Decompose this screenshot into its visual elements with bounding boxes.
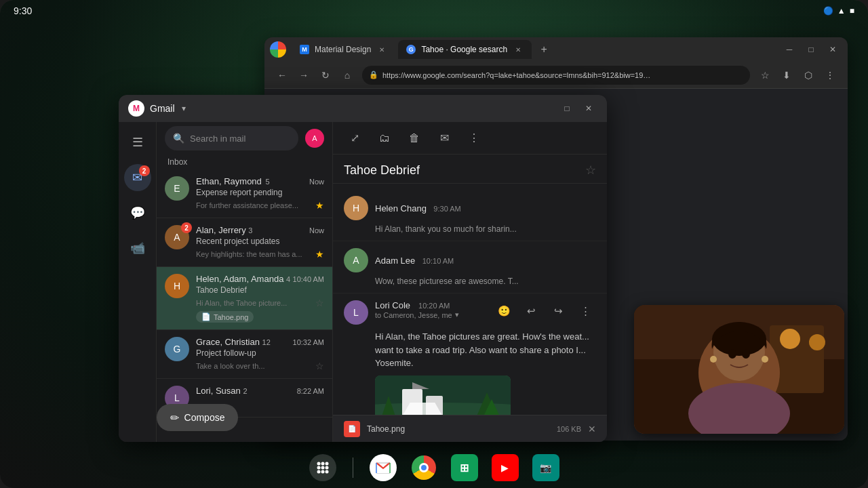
home-button[interactable]: ⌂ xyxy=(338,66,357,85)
gmail-detail-panel: ⤢ 🗂 🗑 ✉ ⋮ Tahoe Debrief ☆ H xyxy=(333,122,607,442)
chrome-tab-material-design[interactable]: M Material Design ✕ xyxy=(292,40,395,59)
message-avatar-lori: L xyxy=(344,300,368,325)
message-sender-helen: Helen Chang xyxy=(375,203,427,214)
reload-button[interactable]: ↻ xyxy=(316,66,335,85)
svg-point-25 xyxy=(317,466,320,470)
attachment-bar: 📄 Tahoe.png 106 KB ✕ xyxy=(333,415,607,442)
email-content-helen: Helen, Adam, Amanda 4 10:40 AM Tahoe Deb… xyxy=(196,274,324,323)
gmail-window-buttons: □ ✕ xyxy=(558,100,597,117)
taskbar-apps-button[interactable] xyxy=(309,454,336,481)
gmail-close-button[interactable]: ✕ xyxy=(580,100,597,117)
email-subject-detail: Tahoe Debrief xyxy=(344,163,578,178)
chrome-minimize-button[interactable]: ─ xyxy=(780,40,799,59)
svg-point-26 xyxy=(321,466,324,470)
gmail-logo-icon: M xyxy=(128,100,144,117)
email-item-alan[interactable]: A 2 Alan, Jerrery 3 Now Recent project u… xyxy=(157,218,332,267)
battery-icon: ■ xyxy=(850,6,854,16)
svg-point-13 xyxy=(809,334,825,350)
chrome-tab-tahoe[interactable]: G Tahoe · Google sesarch ✕ xyxy=(398,40,532,59)
message-header-helen: H Helen Chang 9:30 AM xyxy=(344,196,596,220)
status-bar: 9:30 🔵 ▲ ■ xyxy=(0,0,868,22)
chrome-menu-button[interactable]: ⋮ xyxy=(821,66,840,85)
email-content-alan: Alan, Jerrery 3 Now Recent project updat… xyxy=(196,225,324,260)
taskbar-chrome-icon[interactable] xyxy=(410,454,437,481)
user-avatar[interactable]: A xyxy=(305,129,324,148)
gmail-dropdown-icon[interactable]: ▾ xyxy=(182,104,186,113)
taskbar-youtube-icon[interactable]: ▶ xyxy=(492,454,519,481)
sidebar-item-meet[interactable]: 📹 xyxy=(124,235,151,262)
taskbar-meet-icon[interactable]: 📷 xyxy=(532,454,559,481)
gmail-maximize-button[interactable]: □ xyxy=(558,100,576,117)
message-avatar-adam: A xyxy=(344,248,368,272)
sidebar-item-chat[interactable]: 💬 xyxy=(124,199,151,226)
email-star-grace[interactable]: ☆ xyxy=(315,361,324,371)
inbox-section-label: Inbox xyxy=(157,155,332,169)
sidebar-item-inbox[interactable]: ✉ 2 xyxy=(124,164,151,191)
email-footer-alan: Key highlights: the team has a... ★ xyxy=(196,249,324,260)
attachment-close-button[interactable]: ✕ xyxy=(588,424,596,434)
status-time: 9:30 xyxy=(14,5,32,16)
material-design-favicon: M xyxy=(300,45,309,54)
email-content-ethan: Ethan, Raymond 5 Now Expense report pend… xyxy=(196,176,324,211)
email-header-lori: Lori, Susan 2 8:22 AM xyxy=(196,386,324,396)
email-sender-ethan: Ethan, Raymond 5 xyxy=(196,176,270,186)
svg-point-20 xyxy=(710,356,717,363)
gmail-search-bar: 🔍 Search in mail A xyxy=(157,122,332,155)
archive-button[interactable]: 🗂 xyxy=(374,127,395,149)
chrome-maximize-button[interactable]: □ xyxy=(802,40,821,59)
email-item-ethan[interactable]: E Ethan, Raymond 5 Now Expense report pe… xyxy=(157,169,332,218)
email-item-helen[interactable]: H Helen, Adam, Amanda 4 10:40 AM Tahoe D… xyxy=(157,267,332,330)
google-favicon: G xyxy=(406,45,416,54)
detail-subject-area: Tahoe Debrief ☆ xyxy=(333,155,607,184)
message-to-chevron: ▾ xyxy=(455,310,459,319)
gmail-logo-area: M Gmail ▾ xyxy=(128,100,186,117)
svg-point-29 xyxy=(321,470,324,474)
more-options-button[interactable]: ⋮ xyxy=(463,127,485,149)
expand-button[interactable]: ⤢ xyxy=(344,127,366,149)
chrome-close-button[interactable]: ✕ xyxy=(823,40,842,59)
message-avatar-helen: H xyxy=(344,196,368,220)
email-footer-grace: Take a look over th... ☆ xyxy=(196,361,324,371)
gmail-body: ☰ ✉ 2 💬 📹 🔍 Search in mail xyxy=(119,122,607,442)
forward-button[interactable]: → xyxy=(294,66,313,85)
email-item-grace[interactable]: G Grace, Christian 12 10:32 AM Project f… xyxy=(157,330,332,379)
message-sender-row-lori: Lori Cole 10:20 AM xyxy=(375,300,486,310)
extensions-button[interactable]: ⬡ xyxy=(799,66,818,85)
gmail-taskbar-icon xyxy=(376,462,391,474)
chrome-tab-1-close[interactable]: ✕ xyxy=(376,44,387,55)
download-button[interactable]: ⬇ xyxy=(777,66,796,85)
svg-point-24 xyxy=(325,462,328,466)
message-header-adam: A Adam Lee 10:10 AM xyxy=(344,248,596,272)
email-content-lori: Lori, Susan 2 8:22 AM xyxy=(196,386,324,397)
message-more-button[interactable]: ⋮ xyxy=(574,300,596,322)
url-text: https://www.google.com/search?q=lake+tah… xyxy=(382,71,654,79)
omnibar-nav: ← → ↻ ⌂ xyxy=(273,66,357,85)
delete-button[interactable]: 🗑 xyxy=(403,127,425,149)
email-star-alan[interactable]: ★ xyxy=(315,249,324,260)
message-expanded-lori: L Lori Cole 10:20 AM to Cameron, Jesse, … xyxy=(333,293,607,415)
chrome-taskbar-icon xyxy=(412,455,436,480)
sheets-icon: ⊞ xyxy=(460,462,469,474)
email-star-ethan[interactable]: ★ xyxy=(315,200,324,211)
email-preview-grace: Take a look over th... xyxy=(196,362,265,370)
back-button[interactable]: ← xyxy=(273,66,292,85)
email-count-ethan: 5 xyxy=(265,178,269,186)
reply-button[interactable]: ↩ xyxy=(520,300,542,322)
detail-star-button[interactable]: ☆ xyxy=(585,163,596,178)
chrome-tab-2-close[interactable]: ✕ xyxy=(513,44,524,55)
taskbar-gmail-icon[interactable] xyxy=(370,454,397,481)
forward-message-button[interactable]: ↪ xyxy=(547,300,569,322)
sidebar-menu-button[interactable]: ☰ xyxy=(124,129,151,156)
email-star-helen[interactable]: ☆ xyxy=(315,298,324,308)
message-expanded-header-lori: L Lori Cole 10:20 AM to Cameron, Jesse, … xyxy=(344,300,596,325)
new-tab-button[interactable]: + xyxy=(534,40,553,59)
attachment-icon: 📄 xyxy=(201,312,211,321)
compose-button[interactable]: ✏ Compose xyxy=(157,404,238,431)
search-field[interactable]: 🔍 Search in mail xyxy=(165,126,298,150)
mark-unread-button[interactable]: ✉ xyxy=(433,127,455,149)
taskbar-sheets-icon[interactable]: ⊞ xyxy=(451,454,478,481)
emoji-react-button[interactable]: 🙂 xyxy=(493,300,515,322)
address-bar[interactable]: 🔒 https://www.google.com/search?q=lake+t… xyxy=(362,66,750,85)
email-attachment-tahoe: 📄 Tahoe.png xyxy=(196,311,254,323)
bookmark-button[interactable]: ☆ xyxy=(755,66,774,85)
